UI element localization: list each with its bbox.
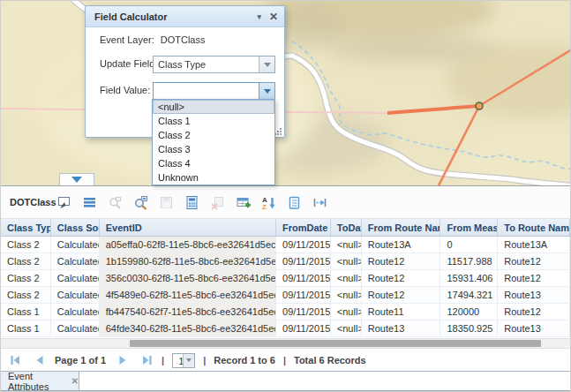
table-row[interactable]: Class 1Calculatedfb447540-62f7-11e5-8bc6… [1,304,570,320]
column-header[interactable]: To Route Name [498,219,570,236]
dropdown-option[interactable]: Class 3 [153,142,274,156]
horizontal-scrollbar[interactable] [1,338,570,349]
table-cell: 1b159980-62f8-11e5-8bc6-ee32641d5ec9 [100,253,276,269]
dropdown-option[interactable]: Unknown [153,170,274,185]
field-value-combobox[interactable] [153,82,275,100]
table-cell: Route12 [362,253,441,269]
column-header[interactable]: From Route Name [362,219,441,236]
table-cell: Calculated [51,253,100,269]
separator: | [162,355,164,366]
svg-text:Z: Z [262,203,267,210]
column-header[interactable]: Class Type [1,219,51,236]
table-cell: <null> [331,270,362,286]
table-cell: 18350.925 [440,320,498,336]
dropdown-button[interactable] [259,83,274,99]
zoom-to-feature-icon[interactable] [132,194,148,210]
close-icon[interactable]: ✕ [71,376,79,386]
table-cell: Class 2 [1,270,51,286]
append-records-icon[interactable] [235,194,251,210]
select-records-icon[interactable] [56,194,71,210]
event-layer-value: DOTClass [161,34,206,45]
table-cell: Calculated [51,287,100,303]
table-cell: 09/11/2015 [276,304,331,320]
collapse-caret-icon[interactable]: ▾ [257,12,261,21]
table-row[interactable]: Class 2Calculated356c0030-62f8-11e5-8bc6… [1,270,570,287]
tab-strip-divider [1,371,570,372]
close-icon[interactable]: ✕ [269,11,278,23]
scrollbar-thumb[interactable] [130,340,541,347]
column-header[interactable]: EventID [100,219,276,236]
update-field-row: Update Field: [100,58,157,69]
page-number-selector[interactable]: 1 [172,353,195,368]
field-value-row: Field Value: [100,85,150,95]
table-row[interactable]: Class 1Calculated64fde340-62f8-11e5-8bc6… [1,320,570,337]
table-cell: <null> [331,304,362,320]
resize-grip[interactable] [274,128,282,135]
separator: | [203,355,206,366]
route-junction-point[interactable] [476,102,483,109]
first-page-button[interactable] [9,354,21,366]
dropdown-option[interactable]: <null> [153,100,274,114]
update-field-combobox-value: Class Type [158,58,206,72]
zoom-to-selected-icon[interactable] [107,194,123,210]
page-label: Page 1 of 1 [55,355,106,366]
dropdown-option[interactable]: Class 4 [153,156,274,170]
separator: | [283,355,286,366]
dropdown-option[interactable]: Class 1 [153,114,274,128]
sort-icon[interactable]: AZ [260,194,276,210]
total-records-label: Total 6 Records [294,355,366,366]
table-cell: 356c0030-62f8-11e5-8bc6-ee32641d5ec9 [100,270,276,286]
switch-view-icon[interactable] [312,194,327,210]
table-cell: 15931.406 [440,270,498,286]
application-window: Field Calculator ▾ ✕ Event Layer: DOTCla… [0,0,571,392]
table-row[interactable]: Class 2Calculateda05effa0-62f8-11e5-8bc6… [1,237,570,253]
table-cell: Calculated [51,237,100,253]
dropdown-button[interactable] [259,57,274,72]
table-cell: Route13 [362,320,441,336]
delete-selected-icon[interactable] [209,194,225,210]
dropdown-option[interactable]: Class 2 [153,128,274,142]
dialog-titlebar[interactable]: Field Calculator ▾ ✕ [86,6,284,27]
table-cell: <null> [331,253,362,269]
table-body: Class 2Calculateda05effa0-62f8-11e5-8bc6… [1,237,570,337]
dropdown-button[interactable] [183,354,194,367]
table-cell: Route12 [362,270,441,286]
layer-name-label: DOTClass [10,197,52,207]
update-field-combobox[interactable]: Class Type [153,56,275,73]
record-range-label: Record 1 to 6 [214,355,275,366]
previous-page-button[interactable] [34,354,46,366]
table-header-row: Class TypeClass SourceEventIDFromDateToD… [1,219,570,237]
column-header[interactable]: Class Source [51,219,100,236]
table-cell: Route13 [498,287,570,303]
table-cell: 09/11/2015 [276,270,331,286]
table-cell: 64fde340-62f8-11e5-8bc6-ee32641d5ec9 [100,320,276,336]
tab-label: Event Attributes [8,371,64,392]
table-cell: 4f5489e0-62f8-11e5-8bc6-ee32641d5ec9 [100,287,276,303]
table-cell: a05effa0-62f8-11e5-8bc6-ee32641d5ec9 [100,237,276,253]
column-header[interactable]: FromDate [276,219,331,236]
table-cell: Route13A [498,237,570,253]
chevron-down-icon [71,177,82,183]
table-cell: Route12 [498,304,570,320]
table-row[interactable]: Class 2Calculated1b159980-62f8-11e5-8bc6… [1,253,570,270]
dialog-title: Field Calculator [94,11,168,22]
panel-collapse-tab[interactable] [59,173,94,185]
table-cell: Route11 [362,304,441,320]
show-selected-records-icon[interactable] [81,194,97,210]
table-cell: Class 2 [1,253,51,269]
last-page-button[interactable] [141,354,154,366]
table-row[interactable]: Class 2Calculated4f5489e0-62f8-11e5-8bc6… [1,287,570,304]
edit-attributes-icon[interactable] [286,194,302,210]
tab-event-attributes[interactable]: Event Attributes ✕ [1,372,79,390]
field-calculator-icon[interactable] [184,194,199,210]
caret-down-icon [264,89,271,94]
table-cell: 09/11/2015 [276,287,331,303]
event-layer-row: Event Layer: DOTClass [100,34,206,45]
pagination-bar: Page 1 of 1 | 1 | Record 1 to 6 | Total … [1,350,570,371]
save-icon[interactable] [158,194,174,210]
table-cell: Calculated [51,270,100,286]
table-cell: <null> [331,237,362,253]
column-header[interactable]: ToDate [331,219,362,236]
next-page-button[interactable] [116,354,129,366]
column-header[interactable]: From Measure [440,219,498,236]
